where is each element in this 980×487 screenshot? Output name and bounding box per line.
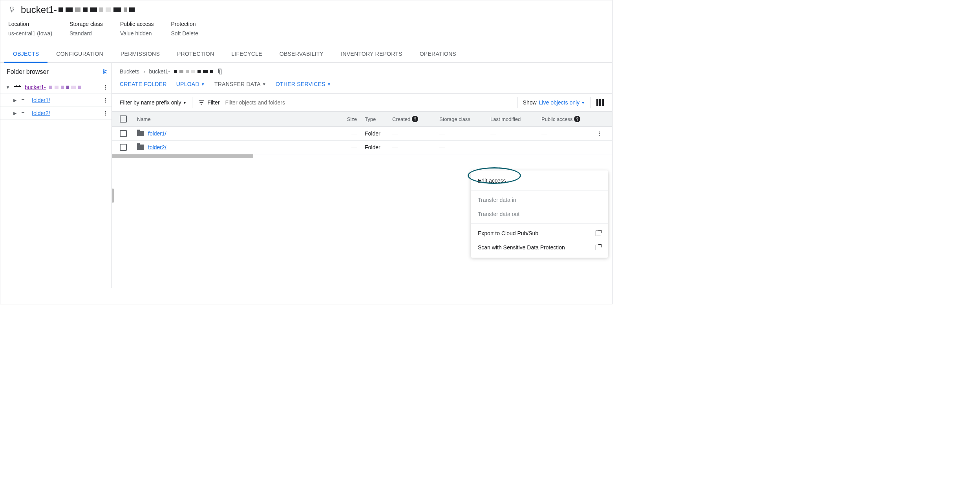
- transfer-data-button[interactable]: TRANSFER DATA▼: [214, 81, 266, 87]
- row-checkbox[interactable]: [120, 130, 127, 137]
- external-link-icon: [596, 245, 601, 250]
- pin-icon[interactable]: [8, 6, 15, 13]
- help-icon[interactable]: ?: [574, 116, 580, 122]
- breadcrumb: Buckets › bucket1-: [112, 68, 612, 75]
- col-storage-class[interactable]: Storage class: [439, 116, 490, 122]
- table-header: Name Size Type Created? Storage class La…: [112, 112, 612, 127]
- redacted-title: [59, 7, 135, 12]
- tab-operations[interactable]: OPERATIONS: [411, 46, 465, 62]
- select-all-checkbox[interactable]: [120, 115, 127, 123]
- dropdown-icon: ▼: [262, 82, 266, 86]
- filter-type-dropdown[interactable]: Filter by name prefix only ▼: [120, 99, 186, 106]
- resize-handle[interactable]: [112, 189, 114, 203]
- kebab-icon[interactable]: ⋮: [102, 84, 108, 90]
- folder-browser-sidebar: Folder browser I< ▼ bucket1- ⋮ ▶ folder1…: [0, 63, 112, 288]
- filter-input[interactable]: [225, 99, 511, 106]
- bucket-header: bucket1- Locationus-central1 (Iowa) Stor…: [0, 0, 612, 37]
- menu-edit-access[interactable]: Edit access: [471, 174, 608, 188]
- redacted-crumb: [174, 70, 213, 73]
- upload-button[interactable]: UPLOAD▼: [176, 81, 205, 87]
- menu-export-pubsub[interactable]: Export to Cloud Pub/Sub: [471, 226, 608, 240]
- filter-icon: Filter: [198, 99, 219, 106]
- tab-observability[interactable]: OBSERVABILITY: [271, 46, 332, 62]
- show-dropdown[interactable]: Live objects only▼: [539, 99, 585, 106]
- svg-rect-1: [599, 99, 601, 106]
- external-link-icon: [596, 231, 601, 236]
- tab-configuration[interactable]: CONFIGURATION: [48, 46, 112, 62]
- col-name[interactable]: Name: [133, 116, 329, 122]
- tab-lifecycle[interactable]: LIFECYCLE: [223, 46, 271, 62]
- crumb-buckets[interactable]: Buckets: [120, 68, 139, 75]
- object-link[interactable]: folder1/: [148, 130, 166, 137]
- table-row[interactable]: folder1/ — Folder — — — — ⋮: [112, 127, 612, 141]
- copy-icon[interactable]: [217, 68, 223, 75]
- main-panel: Buckets › bucket1- CREATE FOLDER UPLOAD▼…: [112, 63, 612, 288]
- tab-inventory-reports[interactable]: INVENTORY REPORTS: [332, 46, 411, 62]
- caret-down-icon[interactable]: ▼: [4, 85, 11, 90]
- dropdown-icon: ▼: [201, 82, 205, 86]
- tree-folder-2[interactable]: ▶ folder2/ ⋮: [0, 107, 112, 120]
- context-menu: Edit access Transfer data in Transfer da…: [471, 170, 608, 258]
- kebab-icon[interactable]: ⋮: [102, 110, 108, 116]
- menu-transfer-in[interactable]: Transfer data in: [471, 193, 608, 207]
- show-label: Show: [523, 99, 537, 106]
- tab-objects[interactable]: OBJECTS: [4, 46, 48, 63]
- folder-icon: [137, 145, 144, 150]
- col-type[interactable]: Type: [357, 116, 392, 122]
- dropdown-icon: ▼: [327, 82, 331, 86]
- tab-protection[interactable]: PROTECTION: [168, 46, 223, 62]
- create-folder-button[interactable]: CREATE FOLDER: [120, 81, 167, 87]
- table-row[interactable]: folder2/ — Folder — —: [112, 141, 612, 154]
- redacted-bucket-name: [49, 86, 81, 89]
- menu-transfer-out[interactable]: Transfer data out: [471, 207, 608, 221]
- crumb-current: bucket1-: [149, 68, 170, 75]
- col-last-modified[interactable]: Last modified: [490, 116, 541, 122]
- action-bar: CREATE FOLDER UPLOAD▼ TRANSFER DATA▼ OTH…: [112, 75, 612, 93]
- object-link[interactable]: folder2/: [148, 144, 166, 150]
- column-display-icon[interactable]: [596, 99, 604, 106]
- row-checkbox[interactable]: [120, 144, 127, 151]
- sidebar-title: Folder browser: [7, 68, 49, 75]
- tab-permissions[interactable]: PERMISSIONS: [112, 46, 168, 62]
- bucket-meta: Locationus-central1 (Iowa) Storage class…: [8, 21, 604, 37]
- horizontal-scrollbar[interactable]: [112, 154, 253, 158]
- menu-scan-sdp[interactable]: Scan with Sensitive Data Protection: [471, 240, 608, 254]
- caret-right-icon[interactable]: ▶: [11, 98, 18, 103]
- tree-folder-1[interactable]: ▶ folder1/ ⋮: [0, 94, 112, 107]
- svg-rect-0: [596, 99, 598, 106]
- col-created[interactable]: Created?: [392, 116, 439, 122]
- tabs: OBJECTS CONFIGURATION PERMISSIONS PROTEC…: [0, 46, 612, 63]
- folder-icon: [137, 131, 144, 136]
- col-size[interactable]: Size: [329, 116, 357, 122]
- other-services-button[interactable]: OTHER SERVICES▼: [276, 81, 331, 87]
- kebab-icon[interactable]: ⋮: [102, 97, 108, 103]
- caret-right-icon[interactable]: ▶: [11, 111, 18, 116]
- row-kebab-icon[interactable]: ⋮: [596, 130, 604, 137]
- help-icon[interactable]: ?: [412, 116, 418, 122]
- tree-bucket-root[interactable]: ▼ bucket1- ⋮: [0, 81, 112, 94]
- collapse-sidebar-icon[interactable]: I<: [103, 68, 105, 75]
- bucket-title: bucket1-: [21, 4, 135, 15]
- col-public-access[interactable]: Public access?: [541, 116, 596, 122]
- svg-rect-2: [602, 99, 604, 106]
- filter-bar: Filter by name prefix only ▼ Filter Show…: [112, 93, 612, 112]
- chevron-right-icon: ›: [143, 68, 145, 75]
